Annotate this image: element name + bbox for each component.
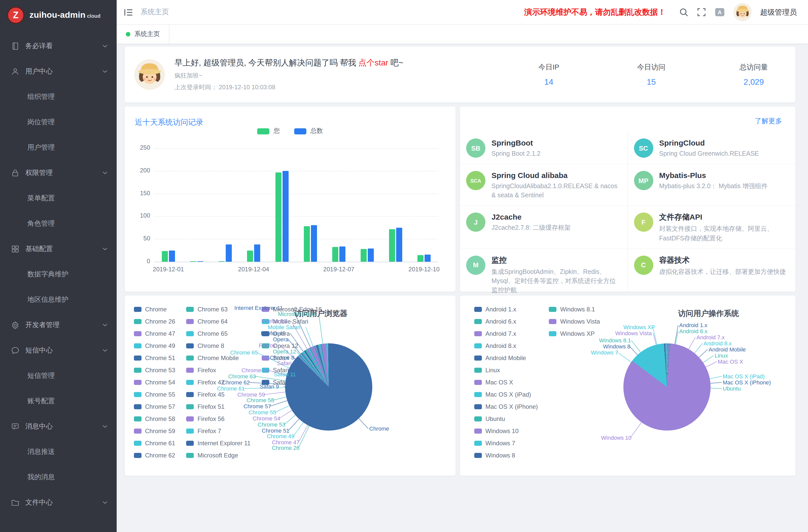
legend-item-Chrome 65[interactable]: Chrome 65 — [186, 330, 251, 337]
x-axis-label: 2019-12-04 — [231, 266, 276, 273]
tab-home[interactable]: 系统主页 — [117, 25, 169, 43]
os-pie-card: Android 1.xAndroid 6.xAndroid 7.xAndroid… — [460, 296, 795, 476]
legend-item-Chrome 54[interactable]: Chrome 54 — [134, 379, 175, 386]
legend-item-Microsoft Edge[interactable]: Microsoft Edge — [186, 452, 251, 459]
topbar-actions: A 超级管理员 — [679, 3, 797, 21]
sidebar-menu: 务必详看用户中心组织管理岗位管理用户管理权限管理菜单配置角色管理基础配置数据字典… — [0, 31, 117, 515]
sidebar-item-10[interactable]: 地区信息维护 — [0, 287, 117, 312]
legend-item-Ubuntu[interactable]: Ubuntu — [474, 415, 538, 422]
learn-more-link[interactable]: 了解更多 — [755, 117, 782, 126]
bar-您-2019-12-04 — [247, 250, 253, 262]
tech-badge: M — [466, 255, 485, 275]
logo-icon: Z — [7, 6, 24, 24]
legend-item-Chrome 47[interactable]: Chrome 47 — [134, 330, 175, 337]
legend-item-Firefox 56[interactable]: Firefox 56 — [186, 415, 251, 422]
tech-desc: Mybatis-plus 3.2.0： Mybatis 增强组件 — [659, 182, 768, 191]
stat-label: 今日IP — [531, 62, 567, 72]
os-pie-title: 访问用户操作系统 — [678, 309, 739, 318]
legend-item-Chrome 59[interactable]: Chrome 59 — [134, 427, 175, 435]
legend-item-Windows XP[interactable]: Windows XP — [549, 330, 600, 337]
sidebar-item-9[interactable]: 数据字典维护 — [0, 262, 117, 287]
legend-item-Android 8.x[interactable]: Android 8.x — [474, 342, 538, 349]
legend-label: Chrome 62 — [145, 452, 175, 459]
legend-item-Firefox 7[interactable]: Firefox 7 — [186, 427, 251, 435]
sidebar-item-12[interactable]: 短信中心 — [0, 338, 117, 363]
legend-swatch — [474, 428, 482, 434]
legend-swatch — [134, 319, 142, 324]
sidebar-item-1[interactable]: 用户中心 — [0, 59, 117, 84]
sidebar-item-13[interactable]: 短信管理 — [0, 363, 117, 388]
legend-item-Chrome 53[interactable]: Chrome 53 — [134, 367, 175, 374]
sidebar-item-0[interactable]: 务必详看 — [0, 34, 117, 59]
sidebar-item-4[interactable]: 用户管理 — [0, 135, 117, 160]
legend-item-Internet Explorer 11[interactable]: Internet Explorer 11 — [186, 440, 251, 447]
legend-swatch — [474, 380, 482, 385]
sidebar-item-18[interactable]: 文件中心 — [0, 490, 117, 515]
sidebar-item-14[interactable]: 账号配置 — [0, 388, 117, 414]
sidebar-item-label: 开发者管理 — [25, 320, 103, 330]
font-size-icon[interactable]: A — [714, 7, 724, 17]
legend-item-Chrome 8[interactable]: Chrome 8 — [186, 342, 251, 349]
menu-collapse-icon[interactable] — [124, 8, 133, 17]
legend-item-Windows 8[interactable]: Windows 8 — [474, 452, 538, 459]
sidebar-item-11[interactable]: 开发者管理 — [0, 312, 117, 338]
legend-label: Windows Vista — [560, 318, 600, 325]
legend-swatch — [134, 368, 142, 373]
tech-item-6: M监控集成SpringBootAdmin、Zipkin、Redis、Mysql、… — [460, 248, 628, 300]
sidebar-item-8[interactable]: 基础配置 — [0, 236, 117, 262]
legend-item-Android 1.x[interactable]: Android 1.x — [474, 306, 538, 313]
legend-item-Mac OS X (iPad)[interactable]: Mac OS X (iPad) — [474, 391, 538, 398]
legend-swatch — [134, 453, 142, 458]
legend-item-Chrome 62[interactable]: Chrome 62 — [134, 452, 175, 459]
content: 早上好, 超级管理员, 今天帮别人解决问题了吗 帮我 点个star 吧~ 疯狂加… — [117, 43, 808, 532]
legend-item-Chrome 51[interactable]: Chrome 51 — [134, 354, 175, 362]
legend-item-Chrome Mobile[interactable]: Chrome Mobile — [186, 354, 251, 362]
legend-label: Mac OS X — [485, 379, 513, 386]
app-title-suffix: cloud — [87, 13, 100, 19]
tech-item-7: C容器技术虚拟化容器技术，让迁移、部署更加方便快捷 — [628, 248, 795, 300]
legend-item-Chrome 57[interactable]: Chrome 57 — [134, 403, 175, 410]
sidebar-item-15[interactable]: 消息中心 — [0, 414, 117, 439]
legend-item-Chrome[interactable]: Chrome — [134, 306, 175, 313]
tech-texts: Mybatis-PlusMybatis-plus 3.2.0： Mybatis … — [659, 171, 768, 200]
legend-item-Mac OS X (iPhone)[interactable]: Mac OS X (iPhone) — [474, 403, 538, 410]
legend-item-Android 6.x[interactable]: Android 6.x — [474, 318, 538, 325]
sidebar-item-2[interactable]: 组织管理 — [0, 84, 117, 110]
legend-item-Windows 7[interactable]: Windows 7 — [474, 440, 538, 447]
legend-item-Chrome 64[interactable]: Chrome 64 — [186, 318, 251, 325]
legend-item-Chrome 55[interactable]: Chrome 55 — [134, 391, 175, 398]
legend-item-Windows 8.1[interactable]: Windows 8.1 — [549, 306, 600, 313]
legend-item-Chrome 58[interactable]: Chrome 58 — [134, 415, 175, 422]
username[interactable]: 超级管理员 — [760, 7, 797, 17]
gridline — [154, 216, 438, 217]
legend-item-Firefox[interactable]: Firefox — [186, 367, 251, 374]
app-logo[interactable]: Z zuihou-admincloud — [0, 0, 117, 31]
legend-item-Windows 10[interactable]: Windows 10 — [474, 427, 538, 435]
fullscreen-icon[interactable] — [697, 7, 706, 17]
sidebar-item-6[interactable]: 菜单配置 — [0, 186, 117, 211]
avatar[interactable] — [733, 3, 751, 21]
legend-swatch — [186, 392, 194, 397]
sidebar-item-label: 岗位管理 — [27, 118, 117, 127]
sidebar-item-7[interactable]: 角色管理 — [0, 211, 117, 236]
legend-item-Chrome 61[interactable]: Chrome 61 — [134, 440, 175, 447]
legend-item-Mac OS X[interactable]: Mac OS X — [474, 379, 538, 386]
sidebar-item-5[interactable]: 权限管理 — [0, 160, 117, 186]
search-icon[interactable] — [679, 7, 688, 17]
legend-item-Firefox 51[interactable]: Firefox 51 — [186, 403, 251, 410]
legend-item-Windows Vista[interactable]: Windows Vista — [549, 318, 600, 325]
legend-item-Chrome 26[interactable]: Chrome 26 — [134, 318, 175, 325]
sidebar-item-3[interactable]: 岗位管理 — [0, 110, 117, 135]
pie-label-Safari 11: Safari 11 — [274, 371, 296, 377]
legend-item-Android 7.x[interactable]: Android 7.x — [474, 330, 538, 337]
tech-badge: MP — [634, 171, 653, 190]
legend-item-Linux[interactable]: Linux — [474, 367, 538, 374]
sidebar-item-label: 菜单配置 — [27, 194, 117, 203]
legend-item-Android Mobile[interactable]: Android Mobile — [474, 354, 538, 362]
breadcrumb[interactable]: 系统主页 — [141, 7, 169, 17]
legend-item-Chrome 49[interactable]: Chrome 49 — [134, 342, 175, 349]
legend-label: Chrome Mobile — [198, 354, 239, 362]
sidebar-item-17[interactable]: 我的消息 — [0, 464, 117, 490]
star-link[interactable]: 点个star — [359, 58, 388, 67]
sidebar-item-16[interactable]: 消息推送 — [0, 439, 117, 464]
